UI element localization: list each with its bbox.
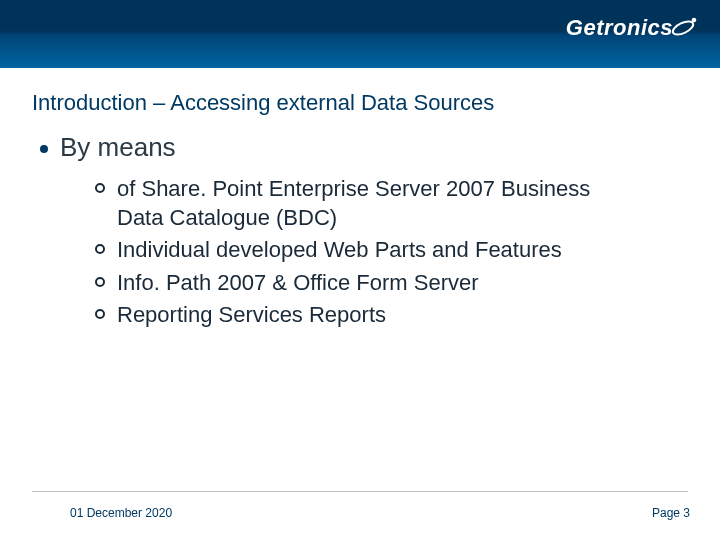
slide-body: By means of Share. Point Enterprise Serv… [40,132,680,334]
lead-text: By means [60,132,176,163]
bullet-disc-icon [40,145,48,153]
footer-page: Page 3 [652,506,690,520]
svg-point-0 [671,19,695,37]
list-item: Reporting Services Reports [95,301,680,330]
item-text: Info. Path 2007 & Office Form Server [117,269,479,298]
bullet-ring-icon [95,244,105,254]
header-bar: Getronics [0,0,720,68]
list-item: Individual developed Web Parts and Featu… [95,236,680,265]
sub-list: of Share. Point Enterprise Server 2007 B… [40,169,680,330]
footer-divider [32,491,688,492]
bullet-ring-icon [95,277,105,287]
orbit-icon [670,14,700,42]
item-text: Reporting Services Reports [117,301,386,330]
list-item: By means [40,132,680,163]
slide-title: Introduction – Accessing external Data S… [32,90,494,116]
brand-logo: Getronics [566,14,700,42]
slide: Getronics Introduction – Accessing exter… [0,0,720,540]
list-item: of Share. Point Enterprise Server 2007 B… [95,175,680,232]
bullet-ring-icon [95,309,105,319]
item-text: of Share. Point Enterprise Server 2007 B… [117,175,637,232]
footer-date: 01 December 2020 [70,506,172,520]
svg-point-1 [692,18,697,23]
bullet-ring-icon [95,183,105,193]
list-item: Info. Path 2007 & Office Form Server [95,269,680,298]
item-text: Individual developed Web Parts and Featu… [117,236,562,265]
brand-name: Getronics [566,15,673,41]
